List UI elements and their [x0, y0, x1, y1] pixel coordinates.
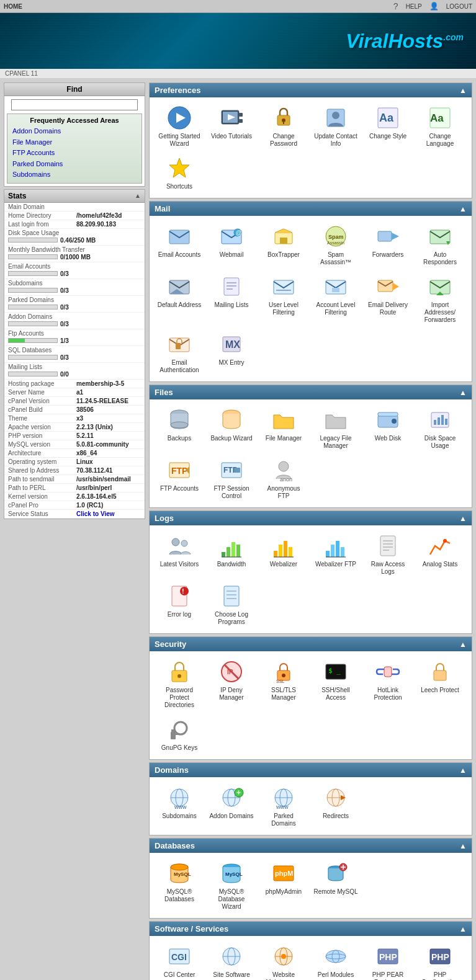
icon-error-log[interactable]: ! Error log: [155, 581, 204, 628]
icon-mx-entry[interactable]: MX MX Entry: [207, 329, 256, 376]
freq-link-filemanager[interactable]: File Manager: [12, 137, 137, 148]
icon-webalizer[interactable]: Webalizer: [259, 530, 308, 578]
icon-forwarders[interactable]: Forwarders: [363, 221, 413, 269]
icon-gnupg[interactable]: GnuPG Keys: [155, 714, 204, 754]
svg-point-88: [443, 539, 447, 543]
icon-website-maintenance[interactable]: Website Maintenance Services: [259, 941, 308, 980]
logout-link[interactable]: LOGOUT: [446, 3, 472, 10]
freq-link-parked[interactable]: Parked Domains: [12, 159, 137, 170]
icon-import-addresses[interactable]: Import Addresses/ Forwarders: [415, 271, 465, 326]
icon-boxtrapper[interactable]: BoxTrapper: [259, 221, 308, 269]
freq-link-subdomains[interactable]: Subdomains: [12, 169, 137, 180]
icon-redirects[interactable]: Redirects: [311, 782, 361, 830]
icon-ftp-accounts[interactable]: FTP FTP Accounts: [155, 455, 204, 502]
raw-access-logs-icon: [375, 533, 401, 559]
icon-ftp-session[interactable]: FTP FTP Session Control: [207, 455, 256, 502]
icon-webalizer-ftp[interactable]: Webalizer FTP: [311, 530, 361, 578]
preferences-collapse[interactable]: ▲: [459, 86, 467, 95]
icon-anonymous-ftp[interactable]: anon Anonymous FTP: [259, 455, 308, 502]
icon-choose-log[interactable]: Choose Log Programs: [207, 581, 256, 628]
email-accounts-icon: [166, 223, 192, 249]
panel-databases: Databases ▲ MySQL MySQL® Databases MySQL…: [149, 838, 472, 919]
icon-backups[interactable]: Backups: [155, 404, 204, 452]
icon-email-delivery[interactable]: Email Delivery Route: [363, 271, 413, 326]
mail-collapse[interactable]: ▲: [459, 205, 467, 213]
icon-ip-deny[interactable]: IP IP Deny Manager: [207, 656, 256, 711]
icon-auto-responders[interactable]: Auto Responders: [415, 221, 465, 269]
icon-video-tutorials[interactable]: Video Tutorials: [207, 102, 256, 150]
domains-collapse[interactable]: ▲: [459, 766, 467, 775]
icon-mailing-lists[interactable]: Mailing Lists: [207, 271, 256, 326]
files-collapse[interactable]: ▲: [459, 388, 467, 397]
icon-password-protect[interactable]: Password Protect Directories: [155, 656, 204, 711]
databases-collapse[interactable]: ▲: [459, 842, 467, 850]
stat-theme: Theme x3: [4, 414, 145, 423]
home-link[interactable]: HOME: [4, 3, 22, 10]
icon-spam-assassin[interactable]: SpamAssassin Spam Assassin™: [311, 221, 361, 269]
icon-email-accounts[interactable]: Email Accounts: [155, 221, 204, 269]
stat-last-login: Last login from 88.209.90.183: [4, 220, 145, 229]
svg-rect-70: [231, 542, 235, 557]
svg-text:phpM: phpM: [275, 870, 293, 877]
freq-link-addon[interactable]: Addon Domains: [12, 126, 137, 137]
icon-phpmyadmin[interactable]: phpM phpMyAdmin: [259, 858, 308, 913]
stat-kernel: Kernel version 2.6.18-164.el5: [4, 492, 145, 501]
stats-collapse-icon[interactable]: ▲: [135, 192, 141, 199]
icon-remote-mysql[interactable]: Remote MySQL: [311, 858, 361, 913]
icon-change-language[interactable]: Aa Change Language: [415, 102, 465, 150]
icon-ssh-shell[interactable]: $ _ SSH/Shell Access: [311, 656, 361, 711]
icon-email-auth[interactable]: Email Authentication: [155, 329, 204, 376]
icon-change-password[interactable]: Change Password: [259, 102, 308, 150]
icon-bandwidth[interactable]: Bandwidth: [207, 530, 256, 578]
icon-hotlink[interactable]: HotLink Protection: [363, 656, 413, 711]
icon-change-style[interactable]: Aa Change Style: [363, 102, 413, 150]
help-link[interactable]: HELP: [406, 3, 422, 10]
icon-analog-stats[interactable]: Analog Stats: [415, 530, 465, 578]
icon-user-level-filter[interactable]: User Level Filtering: [259, 271, 308, 326]
icon-file-manager[interactable]: File Manager: [259, 404, 308, 452]
svg-rect-110: [171, 729, 175, 733]
logs-collapse[interactable]: ▲: [459, 514, 467, 523]
icon-raw-access-logs[interactable]: Raw Access Logs: [363, 530, 413, 578]
panel-security: Security ▲ Password Protect Directories …: [149, 636, 472, 760]
icon-disk-space[interactable]: Disk Space Usage: [415, 404, 465, 452]
icon-subdomains[interactable]: www Subdomains: [155, 782, 204, 830]
icon-php-pear[interactable]: PHP PHP PEAR Packages: [363, 941, 413, 980]
icon-backup-wizard[interactable]: Backup Wizard: [207, 404, 256, 452]
stat-bandwidth: Monthly Bandwidth Transfer 0/1000 MB: [4, 246, 145, 262]
icon-getting-started[interactable]: Getting Started Wizard: [155, 102, 204, 150]
svg-rect-69: [227, 547, 230, 557]
find-input[interactable]: [11, 99, 137, 110]
parked-domains-icon: www: [271, 785, 297, 811]
icon-shortcuts[interactable]: Shortcuts: [155, 153, 204, 193]
icon-php-config[interactable]: PHP PHP Configuration: [415, 941, 465, 980]
icon-account-level-filter[interactable]: Account Level Filtering: [311, 271, 361, 326]
icon-legacy-file-manager[interactable]: Legacy File Manager: [311, 404, 361, 452]
icon-update-contact[interactable]: Update Contact Info: [311, 102, 361, 150]
icon-perl-modules[interactable]: Perl Modules: [311, 941, 361, 980]
icon-addon-domains[interactable]: + Addon Domains: [207, 782, 256, 830]
icon-site-software[interactable]: Site Software: [207, 941, 256, 980]
cpanel-version-bar: CPANEL 11: [0, 69, 476, 79]
icon-ssl-tls[interactable]: SSL SSL/TLS Manager: [259, 656, 308, 711]
icon-default-address[interactable]: Default Address: [155, 271, 204, 326]
freq-link-ftp[interactable]: FTP Accounts: [12, 148, 137, 159]
svg-rect-75: [284, 541, 287, 557]
ftp-session-icon: FTP: [218, 457, 245, 483]
icon-webmail[interactable]: @ Webmail: [207, 221, 256, 269]
icon-parked-domains[interactable]: www Parked Domains: [259, 782, 308, 830]
disk-space-icon: [427, 407, 453, 433]
icon-latest-visitors[interactable]: Latest Visitors: [155, 530, 204, 578]
icon-mysql-databases[interactable]: MySQL MySQL® Databases: [155, 858, 204, 913]
php-config-icon: PHP: [427, 943, 453, 969]
software-collapse[interactable]: ▲: [459, 925, 467, 933]
icon-cgi-center[interactable]: CGI CGI Center: [155, 941, 204, 980]
icon-mysql-wizard[interactable]: MySQL MySQL® Database Wizard: [207, 858, 256, 913]
security-collapse[interactable]: ▲: [459, 640, 467, 649]
stat-hosting-pkg: Hosting package membership-3-5: [4, 380, 145, 388]
subdomains-icon: www: [166, 785, 192, 811]
svg-text:!: !: [182, 587, 184, 595]
icon-web-disk[interactable]: Web Disk: [363, 404, 413, 452]
panel-mail-header: Mail ▲: [150, 202, 472, 216]
icon-leech-protect[interactable]: Leech Protect: [415, 656, 465, 711]
